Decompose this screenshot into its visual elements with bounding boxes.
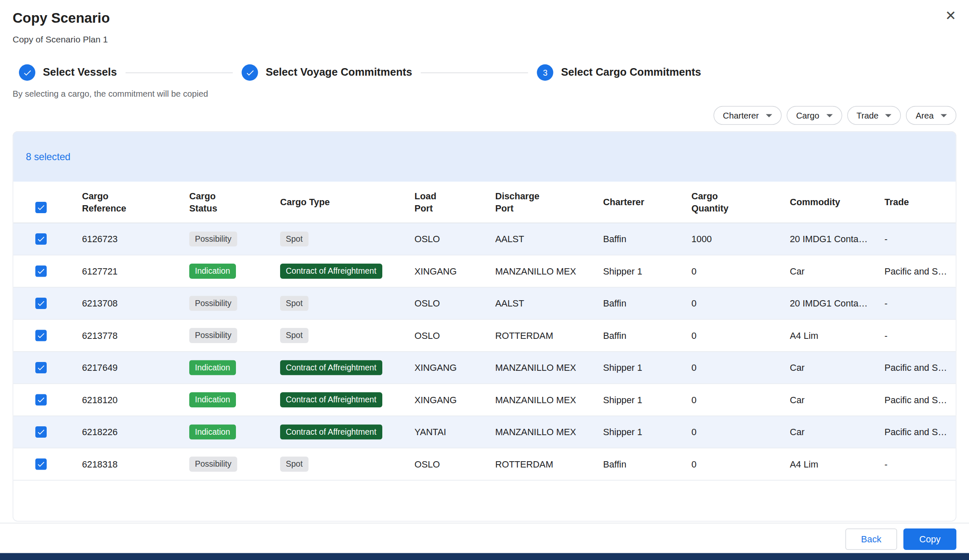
- step-connector: [421, 72, 528, 73]
- discharge-port-cell: MANZANILLO MEX: [495, 363, 604, 373]
- step-number-badge: 3: [537, 64, 553, 81]
- cargo-status-badge: Possibility: [189, 457, 237, 472]
- row-select-cell: [13, 233, 82, 245]
- table-row[interactable]: 6213778PossibilitySpotOSLOROTTERDAMBaffi…: [13, 320, 956, 352]
- step-select-cargo-commitments[interactable]: 3 Select Cargo Commitments: [537, 64, 701, 81]
- cargo-status-badge: Indication: [189, 264, 236, 279]
- table-row[interactable]: 6217649IndicationContract of Affreightme…: [13, 352, 956, 384]
- row-checkbox[interactable]: [35, 394, 47, 405]
- step-label: Select Vessels: [43, 66, 117, 79]
- row-checkbox[interactable]: [35, 362, 47, 373]
- cargo-quantity-cell: 0: [691, 395, 790, 405]
- table-row[interactable]: 6218318PossibilitySpotOSLOROTTERDAMBaffi…: [13, 449, 956, 481]
- column-header-discharge-port: Discharge Port: [495, 190, 604, 214]
- row-checkbox[interactable]: [35, 297, 47, 309]
- table-row[interactable]: 6127721IndicationContract of Affreightme…: [13, 256, 956, 288]
- table-row[interactable]: 6218226IndicationContract of Affreightme…: [13, 416, 956, 449]
- trade-cell: -: [884, 234, 956, 244]
- trade-cell: Pacific and So…: [884, 395, 956, 405]
- charterer-cell: Baffin: [603, 298, 691, 309]
- row-checkbox[interactable]: [35, 330, 47, 341]
- dialog-footer: Back Copy: [0, 523, 969, 550]
- filter-bar: Charterer Cargo Trade Area: [13, 106, 956, 125]
- load-port-cell: OSLO: [415, 234, 495, 244]
- cargo-status-cell: Indication: [189, 392, 280, 407]
- copy-button[interactable]: Copy: [903, 528, 956, 550]
- chevron-down-icon: [941, 114, 947, 118]
- trade-cell: Pacific and So…: [884, 427, 956, 437]
- check-icon: [37, 363, 45, 372]
- cargo-type-cell: Contract of Affreightment: [280, 360, 415, 375]
- discharge-port-cell: AALST: [495, 234, 604, 244]
- step-completed-check-icon: [242, 64, 258, 81]
- table-row[interactable]: 6218120IndicationContract of Affreightme…: [13, 384, 956, 417]
- select-all-cell: [13, 190, 82, 215]
- commodity-cell: Car: [790, 266, 884, 276]
- check-icon: [37, 460, 45, 468]
- cargo-reference-cell: 6213708: [82, 298, 189, 309]
- cargo-type-cell: Spot: [280, 328, 415, 343]
- cargo-status-badge: Indication: [189, 425, 236, 440]
- cargo-type-cell: Spot: [280, 457, 415, 472]
- cargo-status-cell: Possibility: [189, 328, 280, 343]
- dialog-subtitle: Copy of Scenario Plan 1: [13, 33, 956, 45]
- check-icon: [37, 331, 45, 340]
- column-header-cargo-reference: Cargo Reference: [82, 190, 189, 214]
- cargo-reference-cell: 6218226: [82, 427, 189, 437]
- cargo-status-badge: Possibility: [189, 328, 237, 343]
- cargo-status-badge: Possibility: [189, 296, 237, 311]
- row-checkbox[interactable]: [35, 265, 47, 277]
- check-icon: [37, 395, 45, 404]
- filter-label: Trade: [857, 111, 879, 120]
- check-icon: [37, 427, 45, 436]
- commodity-cell: Car: [790, 363, 884, 373]
- cargo-quantity-cell: 0: [691, 459, 790, 469]
- row-select-cell: [13, 330, 82, 342]
- cargo-reference-cell: 6218120: [82, 395, 189, 405]
- close-button[interactable]: ✕: [941, 6, 960, 25]
- row-checkbox[interactable]: [35, 426, 47, 437]
- stepper: Select Vessels Select Voyage Commitments…: [13, 64, 956, 81]
- cargo-commitments-panel: 8 selected Cargo Reference Cargo Status …: [13, 131, 956, 522]
- filter-area-dropdown[interactable]: Area: [906, 106, 956, 125]
- table-header-row: Cargo Reference Cargo Status Cargo Type …: [13, 182, 956, 223]
- column-header-cargo-quantity: Cargo Quantity: [691, 190, 790, 214]
- row-select-cell: [13, 426, 82, 438]
- cargo-type-cell: Spot: [280, 296, 415, 311]
- filter-trade-dropdown[interactable]: Trade: [847, 106, 901, 125]
- commodity-cell: Car: [790, 395, 884, 405]
- cargo-status-cell: Possibility: [189, 457, 280, 472]
- trade-cell: -: [884, 330, 956, 341]
- table-row[interactable]: 6126723PossibilitySpotOSLOAALSTBaffin100…: [13, 223, 956, 256]
- row-select-cell: [13, 362, 82, 374]
- step-label: Select Cargo Commitments: [561, 66, 701, 79]
- check-icon: [37, 203, 45, 211]
- check-icon: [37, 298, 45, 307]
- row-select-cell: [13, 297, 82, 309]
- cargo-reference-cell: 6213778: [82, 330, 189, 341]
- selection-summary-bar: 8 selected: [13, 132, 956, 182]
- select-all-checkbox[interactable]: [35, 201, 47, 213]
- table-row[interactable]: 6213708PossibilitySpotOSLOAALSTBaffin020…: [13, 288, 956, 320]
- row-select-cell: [13, 458, 82, 470]
- cargo-status-badge: Indication: [189, 392, 236, 407]
- back-button[interactable]: Back: [845, 528, 897, 550]
- cargo-reference-cell: 6217649: [82, 363, 189, 373]
- step-select-voyage-commitments[interactable]: Select Voyage Commitments: [242, 64, 412, 81]
- load-port-cell: OSLO: [415, 298, 495, 309]
- cargo-quantity-cell: 0: [691, 266, 790, 276]
- trade-cell: -: [884, 459, 956, 469]
- charterer-cell: Shipper 1: [603, 266, 691, 276]
- charterer-cell: Baffin: [603, 459, 691, 469]
- step-select-vessels[interactable]: Select Vessels: [19, 64, 117, 81]
- row-checkbox[interactable]: [35, 233, 47, 244]
- filter-cargo-dropdown[interactable]: Cargo: [786, 106, 842, 125]
- commodity-cell: A4 Lim: [790, 459, 884, 469]
- commodity-cell: Car: [790, 427, 884, 437]
- filter-charterer-dropdown[interactable]: Charterer: [713, 106, 781, 125]
- row-select-cell: [13, 265, 82, 277]
- cargo-reference-cell: 6218318: [82, 459, 189, 469]
- row-checkbox[interactable]: [35, 458, 47, 470]
- dialog-header: Copy Scenario Copy of Scenario Plan 1 ✕: [0, 0, 969, 45]
- charterer-cell: Shipper 1: [603, 363, 691, 373]
